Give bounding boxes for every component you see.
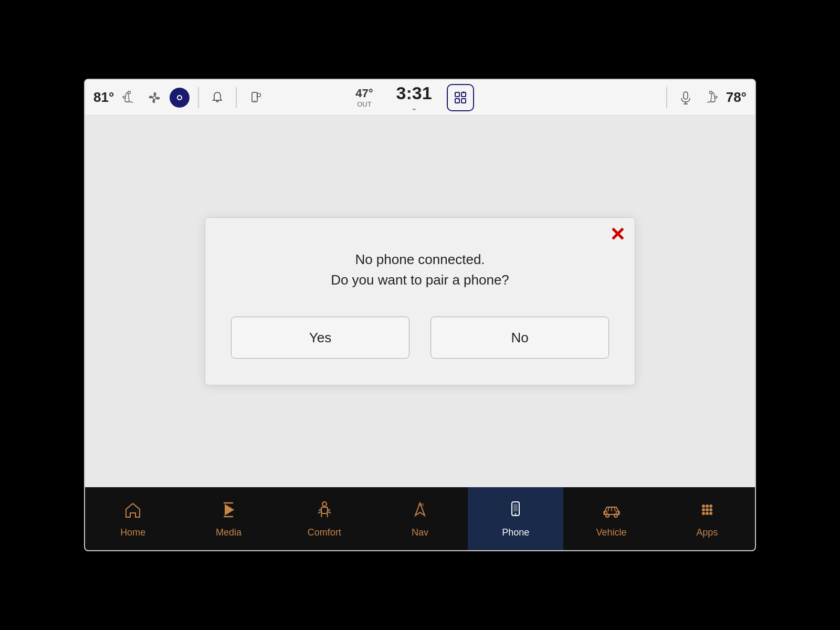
media-label: Media: [216, 527, 242, 538]
time-dropdown-arrow[interactable]: ⌄: [411, 103, 417, 112]
svg-rect-11: [455, 92, 459, 97]
apps-icon: [697, 500, 717, 524]
svg-point-5: [254, 100, 255, 101]
svg-point-41: [706, 512, 709, 515]
svg-line-9: [260, 94, 261, 94]
svg-point-42: [709, 512, 712, 515]
fan-icon[interactable]: [144, 88, 164, 108]
nav-item-media[interactable]: Media: [181, 487, 276, 550]
nav-item-vehicle[interactable]: Vehicle: [563, 487, 659, 550]
phone-settings-icon[interactable]: [245, 88, 265, 108]
divider-1: [198, 87, 199, 108]
svg-rect-17: [684, 92, 688, 99]
nav-item-nav[interactable]: NE Nav: [372, 487, 468, 550]
phone-icon: [506, 500, 526, 524]
comfort-icon: [314, 500, 334, 524]
svg-text:NE: NE: [418, 502, 424, 507]
dialog-close-button[interactable]: ✕: [610, 225, 625, 244]
nav-label: Nav: [412, 527, 428, 538]
grid-menu-button[interactable]: [447, 84, 474, 111]
temp-left: 81°: [93, 89, 114, 106]
bottom-nav-bar: Home Media: [85, 487, 755, 550]
svg-point-26: [515, 513, 517, 514]
nav-item-phone[interactable]: Phone: [468, 487, 563, 550]
main-screen: 81°: [84, 79, 756, 551]
vehicle-icon: [602, 500, 622, 524]
status-left: 81°: [93, 87, 351, 108]
comfort-label: Comfort: [308, 527, 341, 538]
svg-line-31: [608, 507, 609, 511]
svg-point-40: [702, 512, 705, 515]
svg-rect-25: [513, 504, 518, 511]
divider-3: [666, 87, 667, 108]
dialog-message: No phone connected. Do you want to pair …: [331, 249, 509, 290]
svg-point-38: [706, 508, 709, 511]
active-media-icon[interactable]: [170, 88, 190, 108]
seat-heat-left-icon[interactable]: [119, 88, 139, 108]
svg-point-34: [702, 505, 705, 508]
outside-temp: 47° OUT: [355, 87, 373, 108]
status-right: 78°: [489, 87, 747, 108]
clock: 3:31: [396, 83, 432, 103]
svg-point-21: [322, 502, 327, 506]
status-bar: 81°: [85, 80, 755, 116]
svg-point-20: [709, 91, 712, 93]
apps-label: Apps: [696, 527, 718, 538]
divider-2: [236, 87, 237, 108]
svg-point-35: [706, 505, 709, 508]
svg-point-36: [709, 505, 712, 508]
no-button[interactable]: No: [430, 317, 609, 359]
notification-icon[interactable]: [207, 88, 227, 108]
svg-point-37: [702, 508, 705, 511]
phone-label: Phone: [502, 527, 529, 538]
svg-point-3: [178, 96, 181, 99]
svg-point-1: [153, 96, 156, 99]
media-icon: [218, 500, 238, 524]
svg-point-39: [709, 508, 712, 511]
pair-phone-dialog: ✕ No phone connected. Do you want to pai…: [205, 217, 635, 385]
temp-right: 78°: [726, 89, 747, 106]
nav-item-home[interactable]: Home: [85, 487, 181, 550]
nav-item-comfort[interactable]: Comfort: [277, 487, 372, 550]
vehicle-label: Vehicle: [596, 527, 627, 538]
svg-line-32: [614, 507, 615, 511]
svg-point-0: [128, 91, 131, 93]
svg-rect-14: [461, 99, 466, 103]
home-label: Home: [120, 527, 145, 538]
microphone-icon[interactable]: [676, 88, 696, 108]
main-content-area: ✕ No phone connected. Do you want to pai…: [85, 116, 755, 487]
seat-heat-right-icon[interactable]: [701, 88, 721, 108]
home-icon: [123, 500, 143, 524]
nav-item-apps[interactable]: Apps: [659, 487, 755, 550]
svg-line-10: [257, 97, 257, 97]
svg-point-30: [614, 514, 617, 517]
svg-rect-13: [455, 99, 459, 103]
dialog-button-group: Yes No: [226, 317, 614, 359]
svg-point-29: [606, 514, 609, 517]
yes-button[interactable]: Yes: [231, 317, 410, 359]
nav-arrow-icon: NE: [410, 500, 430, 524]
